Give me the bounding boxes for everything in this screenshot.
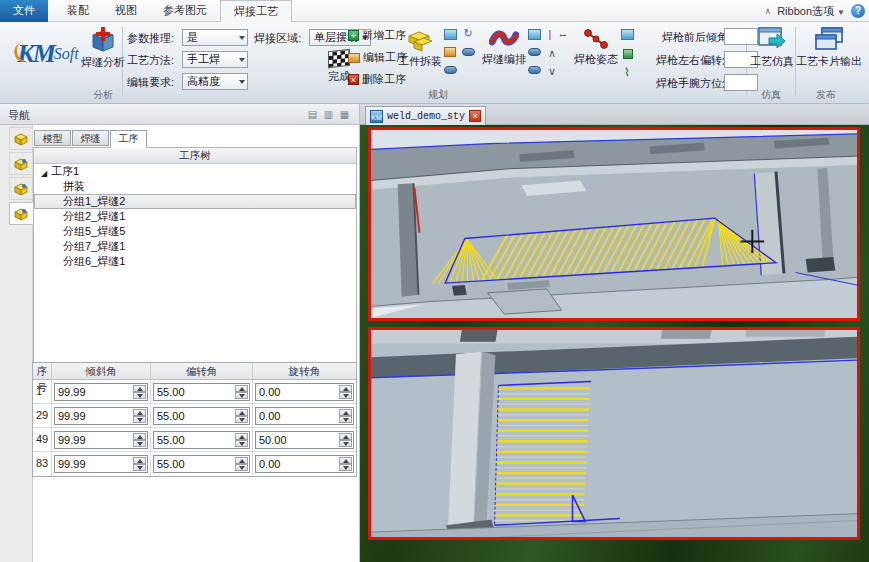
deflect-spinbox[interactable] xyxy=(153,431,250,449)
spin-up-icon[interactable] xyxy=(235,457,248,464)
spin-up-icon[interactable] xyxy=(133,457,146,464)
tree-item[interactable]: 分组6_焊缝1 xyxy=(34,254,356,269)
tilt-input[interactable] xyxy=(55,408,132,424)
process-tool-button[interactable] xyxy=(9,202,33,225)
tab-assembly[interactable]: 装配 xyxy=(54,0,102,22)
nav-tab-process[interactable]: 工序 xyxy=(110,130,147,148)
spin-up-icon[interactable] xyxy=(133,385,146,392)
nav-dock-icon[interactable]: ▤ xyxy=(306,108,319,121)
weld-analysis-button[interactable]: 焊缝分析 xyxy=(84,25,122,70)
spin-down-icon[interactable] xyxy=(235,392,248,399)
rotate-icon[interactable]: ↻ xyxy=(461,26,475,40)
tilt-spinbox[interactable] xyxy=(54,383,148,401)
spin-up-icon[interactable] xyxy=(133,433,146,440)
document-tab[interactable]: KM weld_demo_sty × xyxy=(365,106,486,125)
tilt-spinbox[interactable] xyxy=(54,407,148,425)
rotate-input[interactable] xyxy=(256,384,338,400)
rotate-spinbox[interactable] xyxy=(255,383,354,401)
nav-close-icon[interactable]: ▦ xyxy=(338,108,351,121)
delete-process-button[interactable]: ×删除工序 xyxy=(348,72,406,87)
gun-wrist-input[interactable] xyxy=(724,74,758,91)
spin-up-icon[interactable] xyxy=(235,385,248,392)
document-close-icon[interactable]: × xyxy=(469,110,481,122)
spin-up-icon[interactable] xyxy=(339,385,352,392)
rotate-spinbox[interactable] xyxy=(255,455,354,473)
part-tool-button[interactable] xyxy=(9,127,33,150)
spin-down-icon[interactable] xyxy=(235,416,248,423)
segment-icon[interactable] xyxy=(461,45,475,59)
weld-tool-button[interactable] xyxy=(9,177,33,200)
nav-tab-model[interactable]: 模型 xyxy=(34,130,71,146)
move-up-icon[interactable]: ∧ xyxy=(545,46,559,60)
spin-down-icon[interactable] xyxy=(339,416,352,423)
3d-view-top[interactable] xyxy=(368,127,860,321)
ribbon-collapse-icon[interactable]: ∧ xyxy=(765,6,772,16)
toolbox-icon[interactable] xyxy=(621,47,635,61)
gun-posture-button[interactable]: 焊枪姿态 xyxy=(574,28,618,67)
segment-icon[interactable] xyxy=(443,63,457,77)
tree-item-root[interactable]: ◢ 工序1 xyxy=(34,164,356,179)
divider-mark-icon[interactable]: | xyxy=(543,27,557,41)
spin-up-icon[interactable] xyxy=(339,457,352,464)
spin-up-icon[interactable] xyxy=(235,409,248,416)
rotate-input[interactable] xyxy=(256,456,338,472)
snapshot-icon[interactable] xyxy=(527,27,541,41)
rotate-spinbox[interactable] xyxy=(255,407,354,425)
deflect-spinbox[interactable] xyxy=(153,455,250,473)
tab-view[interactable]: 视图 xyxy=(102,0,150,22)
process-simulation-button[interactable]: 工艺仿真 xyxy=(749,26,795,69)
workpiece-disassembly-button[interactable]: 工件拆装 xyxy=(398,28,442,69)
process-method-select[interactable]: 手工焊 xyxy=(182,51,248,68)
ribbon-options-menu[interactable]: Ribbon选项 ▼ xyxy=(777,4,845,19)
tilt-input[interactable] xyxy=(55,384,132,400)
move-down-icon[interactable]: ∨ xyxy=(545,64,559,78)
spin-down-icon[interactable] xyxy=(235,464,248,471)
param-infer-select[interactable]: 是 xyxy=(182,29,248,46)
tree-item[interactable]: 分组5_焊缝5 xyxy=(34,224,356,239)
snapshot-icon[interactable] xyxy=(620,27,634,41)
spin-down-icon[interactable] xyxy=(133,464,146,471)
rotate-input[interactable] xyxy=(256,432,338,448)
operation-tool-button[interactable] xyxy=(9,152,33,175)
3d-view-bottom[interactable] xyxy=(368,327,860,540)
spin-up-icon[interactable] xyxy=(339,409,352,416)
path-curve-icon[interactable]: ⌇ xyxy=(620,65,634,79)
process-card-output-button[interactable]: 工艺卡片输出 xyxy=(798,26,860,69)
deflect-input[interactable] xyxy=(154,432,234,448)
nav-pin-icon[interactable]: ▥ xyxy=(322,108,335,121)
deflect-input[interactable] xyxy=(154,408,234,424)
tilt-input[interactable] xyxy=(55,456,132,472)
spin-down-icon[interactable] xyxy=(235,440,248,447)
segment-icon[interactable] xyxy=(527,45,541,59)
spin-down-icon[interactable] xyxy=(133,416,146,423)
spin-down-icon[interactable] xyxy=(133,440,146,447)
seam-arrange-button[interactable]: 焊缝编排 xyxy=(478,28,530,67)
horizontal-arrow-icon[interactable]: ↔ xyxy=(556,26,570,40)
tab-file[interactable]: 文件 xyxy=(0,0,48,22)
tree-item-selected[interactable]: 分组1_焊缝2 xyxy=(34,194,356,209)
spin-up-icon[interactable] xyxy=(133,409,146,416)
nav-tab-weld[interactable]: 焊缝 xyxy=(72,130,109,146)
tilt-spinbox[interactable] xyxy=(54,431,148,449)
help-icon[interactable]: ? xyxy=(851,4,865,18)
tilt-input[interactable] xyxy=(55,432,132,448)
tilt-spinbox[interactable] xyxy=(54,455,148,473)
tab-weld-process[interactable]: 焊接工艺 xyxy=(220,0,292,22)
tree-item[interactable]: 分组2_焊缝1 xyxy=(34,209,356,224)
export-box-icon[interactable] xyxy=(443,45,457,59)
spin-down-icon[interactable] xyxy=(339,464,352,471)
tab-reference[interactable]: 参考图元 xyxy=(150,0,220,22)
rotate-input[interactable] xyxy=(256,408,338,424)
edit-requirement-select[interactable]: 高精度 xyxy=(182,73,248,90)
spin-up-icon[interactable] xyxy=(235,433,248,440)
tree-item[interactable]: 拼装 xyxy=(34,179,356,194)
snapshot-icon[interactable] xyxy=(443,27,457,41)
deflect-spinbox[interactable] xyxy=(153,383,250,401)
spin-down-icon[interactable] xyxy=(133,392,146,399)
deflect-input[interactable] xyxy=(154,384,234,400)
deflect-input[interactable] xyxy=(154,456,234,472)
rotate-spinbox[interactable] xyxy=(255,431,354,449)
spin-down-icon[interactable] xyxy=(339,392,352,399)
spin-down-icon[interactable] xyxy=(339,440,352,447)
segment-icon[interactable] xyxy=(527,63,541,77)
